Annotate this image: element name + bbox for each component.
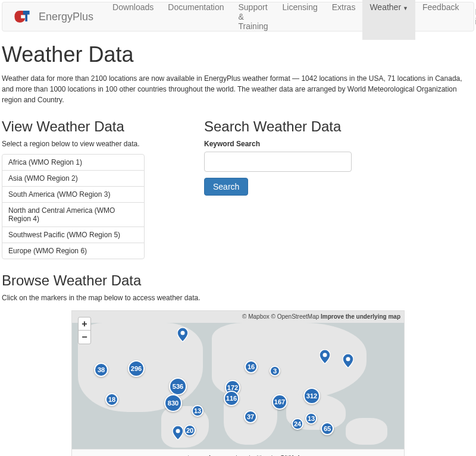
nav-support[interactable]: Support & Training (231, 0, 275, 40)
svg-point-1 (323, 353, 327, 357)
map-cluster-marker[interactable]: 830 (164, 394, 182, 412)
nav-feedback[interactable]: Feedback (415, 0, 466, 40)
map-cluster-marker[interactable]: 296 (128, 360, 145, 377)
nav-downloads[interactable]: Downloads (105, 0, 161, 40)
zoom-control: + − (78, 317, 91, 344)
brand-logo[interactable] (11, 8, 33, 25)
browse-heading: Browse Weather Data (2, 272, 474, 289)
map-cluster-marker[interactable]: 20 (184, 424, 196, 436)
map-cluster-marker[interactable]: 24 (292, 418, 303, 430)
caret-down-icon: ▼ (403, 5, 408, 11)
login-link[interactable]: Log in (466, 0, 476, 35)
map-footer: master.geojson rendered with ♥ by GitHub (71, 449, 405, 456)
navbar: EnergyPlus Downloads Documentation Suppo… (2, 2, 474, 32)
page-title: Weather Data (2, 42, 474, 67)
map-pin-icon[interactable] (320, 350, 330, 366)
zoom-out-button[interactable]: − (79, 331, 90, 344)
map-cluster-marker[interactable]: 116 (224, 391, 239, 406)
zoom-in-button[interactable]: + (79, 317, 90, 331)
search-label: Keyword Search (204, 140, 474, 148)
map-pin-icon[interactable] (343, 354, 353, 370)
region-southwest-pacific[interactable]: Southwest Pacific (WMO Region 5) (2, 227, 144, 243)
nav-weather[interactable]: Weather▼ (362, 0, 415, 40)
map-cluster-marker[interactable]: 3 (270, 366, 280, 376)
attrib-mapbox[interactable]: © Mapbox (242, 313, 270, 320)
region-asia[interactable]: Asia (WMO Region 2) (2, 171, 144, 187)
brand-name[interactable]: EnergyPlus (39, 11, 93, 23)
intro-text: Weather data for more than 2100 location… (2, 73, 474, 105)
map-cluster-marker[interactable]: 38 (94, 363, 108, 377)
region-list: Africa (WMO Region 1) Asia (WMO Region 2… (2, 154, 145, 259)
attrib-improve[interactable]: Improve the underlying map (321, 313, 400, 320)
map-cluster-marker[interactable]: 13 (192, 405, 203, 417)
map-cluster-marker[interactable]: 65 (321, 422, 334, 435)
nav-documentation[interactable]: Documentation (161, 0, 231, 40)
map-cluster-marker[interactable]: 37 (244, 410, 257, 423)
svg-point-0 (181, 331, 185, 335)
browse-subtext: Click on the markers in the map below to… (2, 294, 474, 302)
map-attribution: © Mapbox © OpenStreetMap Improve the und… (242, 313, 400, 320)
nav-licensing[interactable]: Licensing (275, 0, 325, 40)
map-frame[interactable]: © Mapbox © OpenStreetMap Improve the und… (71, 310, 405, 449)
map-cluster-marker[interactable]: 16 (245, 360, 258, 373)
search-heading: Search Weather Data (204, 118, 474, 135)
nav-weather-label: Weather (369, 2, 401, 12)
map-cluster-marker[interactable]: 13 (305, 413, 317, 424)
attrib-osm[interactable]: © OpenStreetMap (271, 313, 320, 320)
map-pin-icon[interactable] (177, 328, 188, 344)
search-button[interactable]: Search (204, 178, 248, 196)
view-subtext: Select a region below to view weather da… (2, 140, 204, 148)
nav-links: Downloads Documentation Support & Traini… (105, 0, 466, 40)
svg-point-2 (346, 357, 350, 361)
map-cluster-marker[interactable]: 167 (272, 394, 287, 410)
search-input[interactable] (204, 152, 352, 172)
region-south-america[interactable]: South America (WMO Region 3) (2, 187, 144, 203)
map-pin-icon[interactable] (173, 426, 183, 442)
map-cluster-marker[interactable]: 18 (105, 393, 118, 406)
map-cluster-marker[interactable]: 312 (303, 388, 320, 404)
view-heading: View Weather Data (2, 118, 204, 135)
svg-point-3 (176, 429, 180, 433)
map-cluster-marker[interactable]: 536 (169, 378, 187, 395)
region-africa[interactable]: Africa (WMO Region 1) (2, 155, 144, 171)
region-europe[interactable]: Europe (WMO Region 6) (2, 243, 144, 259)
region-north-central-america[interactable]: North and Central America (WMO Region 4) (2, 203, 144, 227)
nav-extras[interactable]: Extras (325, 0, 363, 40)
